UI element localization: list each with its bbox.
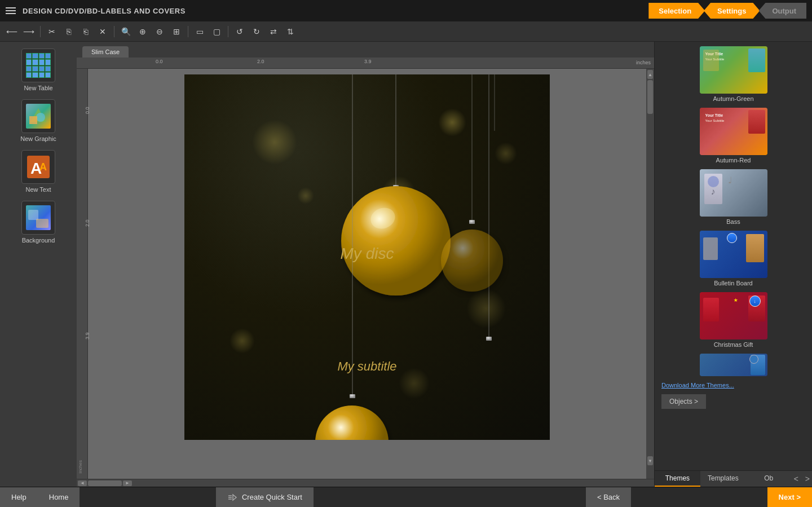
theme-grid: Your Title Your Subtitle Autumn-Green Yo… <box>657 44 810 378</box>
tab-objects-short[interactable]: Ob <box>746 471 792 487</box>
nav-selection-btn[interactable]: Selection <box>648 3 705 19</box>
theme-christmas-gift[interactable]: ★ ↓ Christmas Gift <box>657 290 810 350</box>
header-nav: Selection Settings Output <box>648 3 806 19</box>
new-text-icon: A A <box>21 150 55 184</box>
theme-thumb-autumn-green: Your Title Your Subtitle <box>700 46 767 94</box>
nav-settings-btn[interactable]: Settings <box>704 3 760 19</box>
canvas-wrapper: 0.0 2.0 3.9 inches <box>77 69 654 479</box>
disc-title: My disc <box>184 245 550 263</box>
background-label: Background <box>22 237 55 244</box>
canvas-scrollbar-h[interactable]: ◄ ► <box>77 479 654 487</box>
tab-slim-case[interactable]: Slim Case <box>82 46 129 58</box>
create-quick-start-btn[interactable]: Create Quick Start <box>216 487 314 508</box>
theme-name-christmas: Christmas Gift <box>714 341 753 348</box>
tab-bar: Slim Case <box>77 42 654 58</box>
toolbar-rotate-ccw-btn[interactable]: ↺ <box>232 24 247 39</box>
ruler-vertical: 0.0 2.0 3.9 inches <box>77 69 88 479</box>
svg-point-17 <box>315 405 389 440</box>
quick-start-icon <box>227 493 237 501</box>
design-canvas[interactable]: My disc My subtitle <box>184 74 550 440</box>
panel-next-arrow[interactable]: > <box>803 474 812 483</box>
svg-rect-16 <box>350 394 355 398</box>
svg-rect-19 <box>486 337 492 341</box>
background-icon <box>21 201 55 235</box>
theme-thumb-bulletin <box>700 231 767 278</box>
text-icon-inner: A A <box>26 155 51 179</box>
theme-thumb-christmas: ★ ↓ <box>700 292 767 340</box>
theme-name-bass: Bass <box>726 218 740 225</box>
toolbar-back-btn[interactable]: ⟵ <box>5 24 19 39</box>
toolbar-zoom-in-btn[interactable]: 🔍 <box>118 24 133 39</box>
new-table-label: New Table <box>24 85 52 91</box>
toolbar-zoom-full-btn[interactable]: ⊞ <box>169 24 184 39</box>
back-btn[interactable]: < Back <box>586 487 631 508</box>
panel-tabs: Themes Templates Ob < > <box>655 470 812 487</box>
toolbar-rect-btn[interactable]: ▢ <box>209 24 224 39</box>
tab-templates[interactable]: Templates <box>700 471 746 487</box>
theme-autumn-red[interactable]: Your Title Your Subtitle Autumn-Red <box>657 105 810 166</box>
toolbar-select-btn[interactable]: ▭ <box>192 24 207 39</box>
left-sidebar: New Table New Graphic <box>0 42 77 487</box>
svg-point-9 <box>341 186 451 296</box>
new-table-tool[interactable]: New Table <box>7 46 69 94</box>
bg-icon-inner <box>26 205 51 230</box>
nav-output-btn[interactable]: Output <box>758 3 806 19</box>
toolbar-sep-2 <box>114 26 114 37</box>
scrollbar-thumb-v[interactable] <box>647 80 653 114</box>
theme-thumb-next <box>700 354 767 376</box>
help-btn[interactable]: Help <box>0 487 38 508</box>
main-content: New Table New Graphic <box>0 42 812 487</box>
home-btn[interactable]: Home <box>38 487 80 508</box>
new-graphic-tool[interactable]: New Graphic <box>7 97 69 144</box>
graphic-icon-inner <box>26 104 51 129</box>
header: DESIGN CD/DVD/BD-LABELS AND COVERS Selec… <box>0 0 812 21</box>
app-title: DESIGN CD/DVD/BD-LABELS AND COVERS <box>23 7 186 15</box>
objects-btn[interactable]: Objects > <box>661 394 706 409</box>
toolbar-rotate-cw-btn[interactable]: ↻ <box>249 24 264 39</box>
ruler-h-mark-2: 2.0 <box>257 59 264 64</box>
toolbar-flip-v-btn[interactable]: ⇅ <box>283 24 298 39</box>
theme-name-autumn-green: Autumn-Green <box>713 95 753 102</box>
canvas-scrollbar-v[interactable]: ▲ ▼ <box>646 69 654 479</box>
table-grid-icon <box>26 53 51 78</box>
create-quick-start-label: Create Quick Start <box>242 493 302 501</box>
toolbar-sep-4 <box>228 26 228 37</box>
toolbar-copy-btn[interactable]: ⎘ <box>61 24 76 39</box>
theme-bass[interactable]: ♪ ♩ Bass <box>657 167 810 227</box>
toolbar-flip-h-btn[interactable]: ⇄ <box>266 24 281 39</box>
toolbar-forward-btn[interactable]: ⟶ <box>21 24 36 39</box>
ruler-h-mark-1: 0.0 <box>156 59 163 64</box>
svg-rect-3 <box>29 116 37 124</box>
svg-point-2 <box>36 113 45 122</box>
theme-bulletin-board[interactable]: Bulletin Board <box>657 228 810 289</box>
toolbar-zoom-fit-btn[interactable]: ⊕ <box>135 24 150 39</box>
ruler-v-inner: 0.0 2.0 3.9 inches <box>77 69 87 479</box>
download-link[interactable]: Download More Themes... <box>657 378 810 392</box>
toolbar-delete-btn[interactable]: ✕ <box>95 24 110 39</box>
background-tool[interactable]: Background <box>7 199 69 246</box>
ruler-horizontal: 0.0 2.0 3.9 inches <box>77 58 654 69</box>
theme-thumb-bass: ♪ ♩ <box>700 169 767 217</box>
toolbar: ⟵ ⟶ ✂ ⎘ ⎗ ✕ 🔍 ⊕ ⊖ ⊞ ▭ ▢ ↺ ↻ ⇄ ⇅ <box>0 21 812 42</box>
toolbar-cut-btn[interactable]: ✂ <box>45 24 59 39</box>
new-table-icon <box>21 49 55 82</box>
tab-themes[interactable]: Themes <box>655 471 700 487</box>
theme-autumn-green[interactable]: Your Title Your Subtitle Autumn-Green <box>657 44 810 104</box>
svg-marker-28 <box>233 495 236 500</box>
ruler-v-mark-3: 3.9 <box>85 332 90 340</box>
theme-name-bulletin: Bulletin Board <box>714 280 753 286</box>
next-btn[interactable]: Next > <box>767 487 812 508</box>
toolbar-zoom-out-btn[interactable]: ⊖ <box>152 24 167 39</box>
ruler-v-mark-1: 0.0 <box>85 107 90 114</box>
toolbar-paste-btn[interactable]: ⎗ <box>78 24 93 39</box>
menu-icon[interactable] <box>6 7 16 14</box>
ruler-h-mark-3: 3.9 <box>364 59 372 64</box>
objects-area: Objects > <box>657 392 810 411</box>
new-text-tool[interactable]: A A New Text <box>7 148 69 195</box>
panel-prev-arrow[interactable]: < <box>792 474 801 483</box>
ruler-h-inner: 0.0 2.0 3.9 inches <box>111 58 654 68</box>
bottom-bar: Help Home Create Quick Start < Back Next… <box>0 487 812 507</box>
canvas-scroll: My disc My subtitle <box>88 69 646 479</box>
theme-next-partial[interactable] <box>657 351 810 378</box>
ruler-unit: inches <box>636 60 651 65</box>
